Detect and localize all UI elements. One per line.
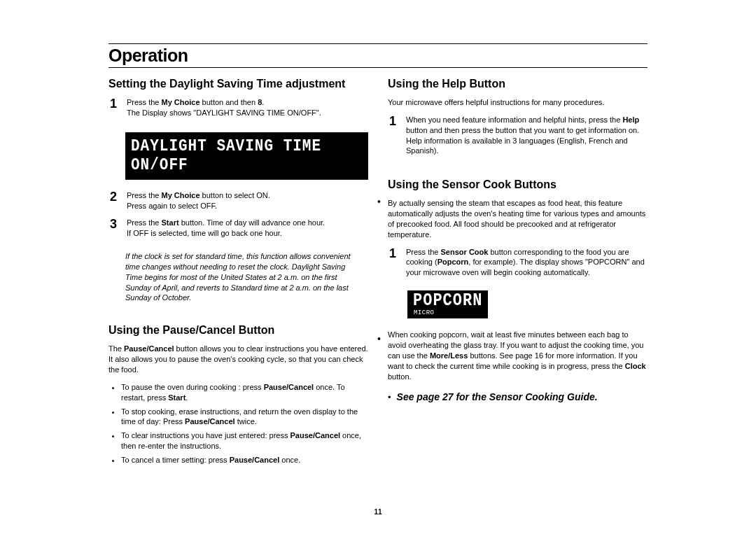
step-number: 1: [389, 247, 399, 279]
cross-reference: • See page 27 for the Sensor Cooking Gui…: [388, 391, 648, 402]
step-text: Press the Start button. Time of day will…: [127, 218, 368, 239]
list-item: To pause the oven during cooking : press…: [121, 382, 368, 403]
sensor-intro: By actually sensing the steam that escap…: [388, 198, 648, 239]
daylight-step-2: 2 Press the My Choice button to select O…: [110, 190, 368, 211]
help-intro: Your microwave offers helpful instructio…: [388, 97, 648, 108]
heading-help: Using the Help Button: [388, 78, 648, 90]
page-title: Operation: [108, 45, 648, 66]
help-step-1: 1 When you need feature information and …: [389, 115, 648, 156]
daylight-step-1: 1 Press the My Choice button and then 8.…: [110, 97, 368, 118]
heading-pause-cancel: Using the Pause/Cancel Button: [108, 324, 368, 337]
step-text: Press the My Choice button to select ON.…: [127, 190, 368, 211]
step-number: 3: [110, 218, 120, 239]
daylight-note: If the clock is set for standard time, t…: [108, 246, 368, 309]
heading-daylight: Setting the Daylight Saving Time adjustm…: [108, 78, 368, 90]
step-text: When you need feature information and he…: [406, 115, 648, 156]
daylight-step-3: 3 Press the Start button. Time of day wi…: [110, 218, 368, 239]
lcd-display-popcorn: POPCORN MICRO: [407, 290, 488, 318]
step-text: Press the My Choice button and then 8. T…: [127, 97, 368, 118]
step-number: 1: [110, 97, 120, 118]
column-separator-dots: ••: [377, 196, 381, 344]
bullet-icon: •: [388, 392, 391, 402]
heading-sensor-cook: Using the Sensor Cook Buttons: [388, 178, 648, 191]
right-column: Using the Help Button Your microwave off…: [388, 78, 648, 469]
left-column: Setting the Daylight Saving Time adjustm…: [108, 78, 368, 469]
page-number: 11: [0, 508, 756, 516]
step-number: 1: [389, 115, 399, 156]
list-item: To stop cooking, erase instructions, and…: [121, 407, 368, 428]
pause-bullet-list: To pause the oven during cooking : press…: [108, 382, 368, 465]
list-item: To clear instructions you have just ente…: [121, 430, 368, 451]
step-number: 2: [110, 190, 120, 211]
step-text: Press the Sensor Cook button correspondi…: [406, 247, 648, 279]
sensor-paragraph: When cooking popcorn, wait at least five…: [388, 330, 648, 381]
lcd-display-daylight: DAYLIGHT SAVING TIME ON/OFF: [125, 132, 368, 180]
sensor-step-1: 1 Press the Sensor Cook button correspon…: [389, 247, 648, 279]
list-item: To cancel a timer setting: press Pause/C…: [121, 455, 368, 465]
pause-intro: The Pause/Cancel button allows you to cl…: [108, 344, 368, 375]
